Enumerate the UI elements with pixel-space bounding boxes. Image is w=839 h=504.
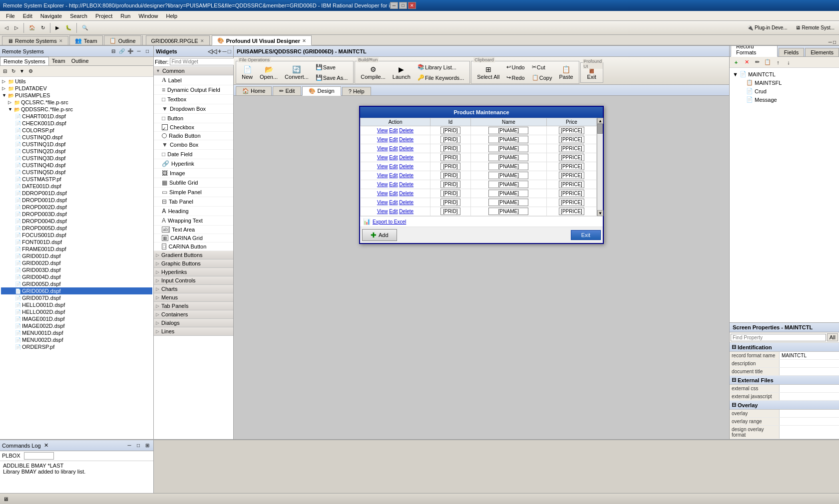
cmd-log-maximize[interactable]: □ (134, 442, 142, 450)
launch-btn[interactable]: ▶ Launch (390, 64, 413, 81)
select-all-btn[interactable]: ⊞ Select All (474, 64, 502, 81)
qclsrc-expand[interactable]: ▷ (8, 100, 14, 105)
debug-button[interactable]: 🐛 (63, 23, 74, 32)
tree-item-grid003d[interactable]: 📄 GRID003D.dspf (1, 266, 152, 273)
tree-item-menu002d[interactable]: 📄 MENU002D.dspf (1, 336, 152, 343)
rp-tab-elements[interactable]: Elements (805, 48, 839, 56)
tree-item-utils[interactable]: ▷ 📁 Utils (1, 78, 152, 85)
tree-item-custmastp[interactable]: 📄 CUSTMASTP.pf (1, 176, 152, 183)
tab-remote-systems[interactable]: 🖥 Remote Systems ✕ (2, 36, 68, 45)
tree-item-grid002d[interactable]: 📄 GRID002D.dspf (1, 259, 152, 266)
remote-syst-button[interactable]: 🖥 Remote Syst... (793, 23, 837, 32)
vd-tab-close[interactable]: ✕ (302, 38, 306, 43)
widgets-maximize-btn[interactable]: □ (228, 48, 231, 55)
tab-team[interactable]: 👥 Team (69, 35, 103, 45)
overlay-range-value[interactable] (780, 418, 839, 425)
tree-item-grid007d[interactable]: 📄 GRID007D.dspf (1, 294, 152, 301)
widget-combobox[interactable]: ▼ Combo Box (154, 140, 233, 150)
open-btn[interactable]: 📂 Open... (257, 64, 280, 81)
action-link-edit-9[interactable]: Edit (389, 209, 398, 214)
run-button[interactable]: ▶ (53, 23, 62, 32)
forward-button[interactable]: ▷ (12, 23, 21, 32)
tree-item-dropd005d[interactable]: 📄 DROPD005D.dspf (1, 225, 152, 232)
action-link-edit-0[interactable]: Edit (389, 128, 398, 133)
restore-button[interactable]: □ (399, 2, 407, 9)
left-subtab-team[interactable]: Team (49, 57, 68, 65)
action-link-edit-5[interactable]: Edit (389, 173, 398, 178)
widget-subfile-grid[interactable]: ▦ Subfile Grid (154, 178, 233, 188)
action-link-view-3[interactable]: View (377, 155, 388, 160)
commands-log-close-icon[interactable]: ✕ (44, 442, 48, 449)
action-link-view-8[interactable]: View (377, 200, 388, 205)
gradient-buttons-header[interactable]: ▷ Gradient Buttons (154, 251, 233, 259)
action-link-delete-9[interactable]: Delete (399, 209, 414, 214)
sync-icon[interactable]: ↻ (9, 67, 17, 75)
identification-section-header[interactable]: ⊟ Identification (730, 343, 839, 352)
collapse-all-icon[interactable]: ⊟ (1, 67, 9, 75)
panel-minimize-button[interactable]: ─ (135, 47, 143, 55)
pm-scrollbar[interactable]: ▲ ▼ (597, 118, 603, 216)
menu-navigate[interactable]: Navigate (36, 12, 66, 20)
collapse-all-button[interactable]: ⊟ (109, 47, 117, 55)
rt-crud[interactable]: 📄 Crud (732, 87, 837, 95)
widget-datefield[interactable]: □ Date Field (154, 150, 233, 159)
widget-section-hyperlinks[interactable]: ▷ Hyperlinks (154, 268, 233, 276)
tree-item-dropd003d[interactable]: 📄 DROPD003D.dspf (1, 211, 152, 218)
widgets-minimize-btn[interactable]: ─ (222, 48, 227, 55)
rp-add-btn[interactable]: + (732, 58, 741, 67)
external-files-section-header[interactable]: ⊟ External Files (730, 376, 839, 385)
menu-project[interactable]: Project (91, 12, 116, 20)
back-button[interactable]: ◁ (2, 23, 11, 32)
action-link-edit-1[interactable]: Edit (389, 137, 398, 142)
action-link-view-1[interactable]: View (377, 137, 388, 142)
rp-move-down-btn[interactable]: ↓ (784, 58, 793, 67)
new-connection-button[interactable]: ➕ (126, 47, 134, 55)
action-link-view-6[interactable]: View (377, 182, 388, 187)
action-link-delete-2[interactable]: Delete (399, 146, 414, 151)
menu-search[interactable]: Search (66, 12, 91, 20)
tab-panels-header[interactable]: ▷ Tab Panels (154, 302, 233, 310)
minimize-button[interactable]: ─ (390, 2, 398, 9)
tree-item-pldatadev[interactable]: ▷ 📁 PLDATADEV (1, 85, 152, 92)
action-link-delete-4[interactable]: Delete (399, 164, 414, 169)
widget-simple-panel[interactable]: ▭ Simple Panel (154, 188, 233, 197)
rp-edit-btn[interactable]: ✏ (753, 58, 762, 67)
tree-item-grid004d[interactable]: 📄 GRID004D.dspf (1, 273, 152, 280)
nav-tab-help[interactable]: ? Help (342, 87, 371, 95)
rt-maintsfl[interactable]: 📋 MAINTSFL (732, 78, 837, 87)
filter-icon[interactable]: ▼ (18, 67, 26, 75)
action-link-view-7[interactable]: View (377, 191, 388, 196)
widget-checkbox[interactable]: Checkbox (154, 123, 233, 132)
action-link-edit-8[interactable]: Edit (389, 200, 398, 205)
action-link-edit-3[interactable]: Edit (389, 155, 398, 160)
scroll-thumb[interactable] (597, 124, 603, 134)
widget-tab-panel[interactable]: ⊟ Tab Panel (154, 197, 233, 207)
widget-image[interactable]: 🖼 Image (154, 169, 233, 178)
nav-tab-home[interactable]: 🏠 Home (236, 86, 272, 95)
tree-item-date001d[interactable]: 📄 DATE001D.dspf (1, 183, 152, 190)
widget-heading[interactable]: A Heading (154, 207, 233, 216)
plugin-devel-button[interactable]: 🔌 Plug-in Deve... (745, 23, 790, 32)
widget-section-common[interactable]: ▼ Common A Label ≡ Dynamic Output Field (154, 67, 233, 251)
minimize-panel-button[interactable]: ─ (829, 39, 832, 45)
save-btn[interactable]: 💾 Save (313, 62, 351, 72)
record-format-name-value[interactable]: MAINTCTL (780, 352, 839, 359)
input-controls-header[interactable]: ▷ Input Controls (154, 276, 233, 285)
menu-window[interactable]: Window (134, 12, 162, 20)
scroll-up-arrow[interactable]: ▲ (597, 118, 603, 124)
rp-tab-fields[interactable]: Fields (779, 48, 804, 56)
tree-item-grid001d[interactable]: 📄 GRID001D.dspf (1, 252, 152, 259)
qddssrc-expand[interactable]: ▼ (8, 107, 14, 112)
tree-item-custinq5d[interactable]: 📄 CUSTINQ5D.dspf (1, 169, 152, 176)
tree-item-custinq3d[interactable]: 📄 CUSTINQ3D.dspf (1, 155, 152, 162)
widget-section-graphic-buttons[interactable]: ▷ Graphic Buttons (154, 259, 233, 268)
widgets-add-btn[interactable]: + (218, 48, 221, 55)
rp-move-up-btn[interactable]: ↑ (774, 58, 783, 67)
rp-delete-btn[interactable]: ✕ (742, 58, 751, 67)
widget-button[interactable]: □ Button (154, 114, 233, 123)
left-subtab-outline[interactable]: Outline (68, 57, 92, 65)
action-link-delete-6[interactable]: Delete (399, 182, 414, 187)
widgets-collapse-btn[interactable]: ◁◁ (208, 48, 217, 55)
tree-item-dropd002d[interactable]: 📄 DROPD002D.dspf (1, 204, 152, 211)
tab-visual-designer[interactable]: 🎨 Profound UI Visual Designer ✕ (212, 35, 312, 45)
